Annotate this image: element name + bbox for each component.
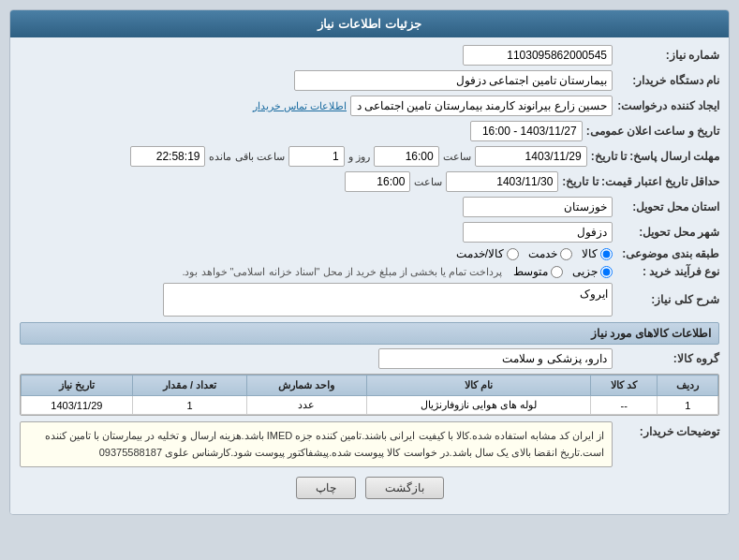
- radio-motavaset-item: متوسط: [513, 265, 563, 278]
- goods-table-container: ردیف کد کالا نام کالا واحد شمارش تعداد /…: [20, 374, 719, 416]
- purchase-type-row: نوع فرآیند خرید : جزیی متوسط پرداخت تمام…: [20, 265, 719, 278]
- price-date-input[interactable]: [446, 171, 558, 192]
- cell-row-num: 1: [658, 396, 718, 415]
- print-button[interactable]: چاپ: [296, 477, 356, 499]
- col-date: تاریخ نیاز: [22, 376, 133, 396]
- radio-jazzi-label: جزیی: [572, 265, 598, 278]
- radio-khadamat-label: خدمت: [528, 247, 557, 260]
- price-date-label: حداقل تاریخ اعتبار قیمت: تا تاریخ:: [562, 175, 719, 188]
- price-time-label: ساعت: [414, 176, 442, 188]
- order-number-input[interactable]: [463, 45, 613, 66]
- buyer-desc-row: توضیحات خریدار: از ایران کد مشابه استفاد…: [20, 421, 719, 467]
- remaining-time-input[interactable]: [130, 146, 205, 167]
- response-days-input[interactable]: [288, 146, 345, 167]
- province-row: استان محل تحویل:: [20, 197, 719, 217]
- category-row: طبقه بندی موضوعی: کالا خدمت کالا/خدمت: [20, 247, 719, 260]
- order-number-row: شماره نیاز:: [20, 45, 719, 66]
- goods-group-row: گروه کالا:: [20, 348, 719, 369]
- creator-row: ایجاد کننده درخواست: اطلاعات تماس خریدار: [20, 96, 719, 116]
- province-label: استان محل تحویل:: [616, 200, 719, 214]
- buyer-name-label: نام دستگاه خریدار:: [616, 74, 719, 87]
- need-desc-row: شرح کلی نیاز:: [20, 283, 719, 317]
- announce-date-row: تاریخ و ساعت اعلان عمومی:: [20, 121, 719, 141]
- radio-kala-khadamat[interactable]: [507, 248, 519, 260]
- cell-date: 1403/11/29: [22, 396, 133, 415]
- city-row: شهر محل تحویل:: [20, 222, 719, 243]
- purchase-type-label: نوع فرآیند خرید :: [616, 265, 719, 278]
- radio-kala-khadamat-item: کالا/خدمت: [456, 247, 519, 260]
- col-quantity: تعداد / مقدار: [132, 376, 246, 396]
- creator-label: ایجاد کننده درخواست:: [616, 99, 719, 112]
- response-days-label: روز و: [348, 151, 370, 163]
- cell-product-name: لوله های هوایی نازوفارنژیال: [366, 396, 590, 415]
- response-date-label: مهلت ارسال پاسخ: تا تاریخ:: [591, 150, 719, 163]
- col-product-name: نام کالا: [366, 376, 590, 396]
- purchase-type-radio-group: جزیی متوسط: [513, 265, 613, 278]
- page-title: جزئیات اطلاعات نیاز: [318, 17, 421, 31]
- table-row: 1 -- لوله های هوایی نازوفارنژیال عدد 1 1…: [22, 396, 718, 415]
- creator-input[interactable]: [350, 96, 613, 116]
- table-header-row: ردیف کد کالا نام کالا واحد شمارش تعداد /…: [22, 376, 718, 396]
- radio-kala-item: کالا: [582, 247, 613, 260]
- response-date-input[interactable]: [475, 146, 587, 167]
- remaining-label: ساعت باقی مانده: [209, 151, 284, 163]
- response-date-row: مهلت ارسال پاسخ: تا تاریخ: ساعت روز و سا…: [20, 146, 719, 167]
- order-number-label: شماره نیاز:: [616, 49, 719, 62]
- city-input[interactable]: [463, 222, 613, 243]
- radio-khadamat-item: خدمت: [528, 247, 572, 260]
- response-time-label: ساعت: [443, 151, 471, 163]
- cell-unit: عدد: [247, 396, 366, 415]
- goods-section-title: اطلاعات کالاهای مورد نیاز: [20, 322, 719, 345]
- cell-product-code: --: [590, 396, 658, 415]
- main-container: جزئیات اطلاعات نیاز شماره نیاز: نام دستگ…: [9, 9, 730, 515]
- response-time-input[interactable]: [374, 146, 439, 167]
- goods-group-label: گروه کالا:: [616, 352, 719, 365]
- creator-link[interactable]: اطلاعات تماس خریدار: [253, 100, 347, 112]
- price-time-input[interactable]: [345, 171, 410, 192]
- announce-date-label: تاریخ و ساعت اعلان عمومی:: [586, 125, 719, 138]
- buyer-desc-box: از ایران کد مشابه استفاده شده.کالا با کی…: [20, 421, 613, 467]
- category-radio-group: کالا خدمت کالا/خدمت: [456, 247, 613, 260]
- col-unit: واحد شمارش: [247, 376, 366, 396]
- content-area: شماره نیاز: نام دستگاه خریدار: ایجاد کنن…: [10, 37, 729, 514]
- announce-date-input[interactable]: [470, 121, 583, 141]
- radio-jazzi[interactable]: [600, 266, 613, 278]
- goods-group-input[interactable]: [378, 348, 613, 369]
- buyer-desc-label: توضیحات خریدار:: [616, 421, 719, 438]
- goods-table: ردیف کد کالا نام کالا واحد شمارش تعداد /…: [21, 375, 718, 415]
- city-label: شهر محل تحویل:: [616, 226, 719, 239]
- radio-khadamat[interactable]: [560, 248, 572, 260]
- need-desc-textarea[interactable]: [163, 283, 613, 317]
- radio-jazzi-item: جزیی: [572, 265, 613, 278]
- province-input[interactable]: [463, 197, 613, 217]
- radio-motavaset-label: متوسط: [513, 265, 548, 278]
- radio-kala-label: کالا: [582, 247, 598, 260]
- cell-quantity: 1: [132, 396, 246, 415]
- radio-motavaset[interactable]: [551, 266, 563, 278]
- radio-kala[interactable]: [600, 248, 613, 260]
- need-desc-label: شرح کلی نیاز:: [616, 293, 719, 306]
- button-row: بازگشت چاپ: [20, 477, 719, 507]
- buyer-name-row: نام دستگاه خریدار:: [20, 70, 719, 91]
- buyer-name-input[interactable]: [294, 70, 613, 91]
- purchase-note: پرداخت تمام یا بخشی از مبلغ خرید از محل …: [182, 266, 502, 278]
- col-product-code: کد کالا: [590, 376, 658, 396]
- col-row-num: ردیف: [658, 376, 718, 396]
- radio-kala-khadamat-label: کالا/خدمت: [456, 247, 504, 260]
- category-label: طبقه بندی موضوعی:: [616, 247, 719, 260]
- back-button[interactable]: بازگشت: [365, 477, 444, 499]
- price-date-row: حداقل تاریخ اعتبار قیمت: تا تاریخ: ساعت: [20, 171, 719, 192]
- page-header: جزئیات اطلاعات نیاز: [10, 10, 729, 37]
